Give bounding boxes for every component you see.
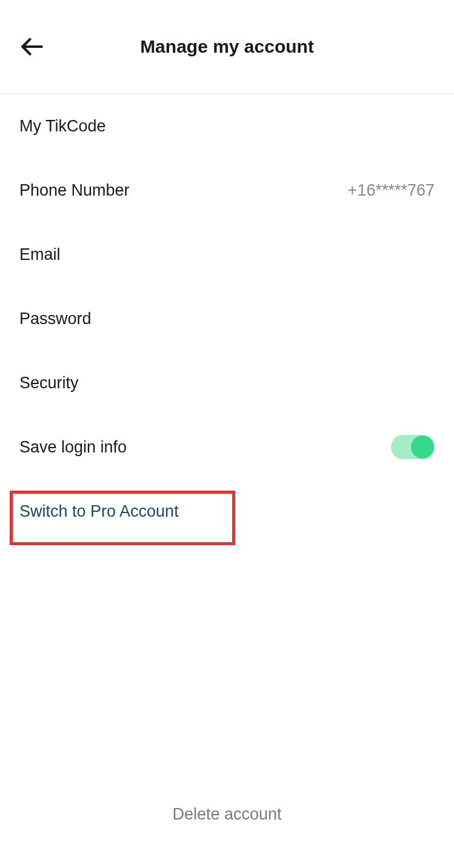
settings-list: My TikCode Phone Number +16*****767 Emai… bbox=[0, 94, 454, 543]
list-item-tikcode[interactable]: My TikCode bbox=[0, 94, 454, 158]
switch-pro-label: Switch to Pro Account bbox=[19, 502, 179, 521]
toggle-knob bbox=[411, 436, 434, 459]
list-item-label: Security bbox=[19, 374, 79, 393]
list-item-security[interactable]: Security bbox=[0, 351, 454, 415]
list-item-phone[interactable]: Phone Number +16*****767 bbox=[0, 158, 454, 222]
delete-account-link[interactable]: Delete account bbox=[0, 805, 454, 824]
list-item-save-login: Save login info bbox=[0, 415, 454, 479]
list-item-email[interactable]: Email bbox=[0, 222, 454, 287]
page-title: Manage my account bbox=[17, 36, 437, 57]
list-item-password[interactable]: Password bbox=[0, 287, 454, 351]
list-item-label: Email bbox=[19, 245, 61, 264]
list-item-label: My TikCode bbox=[19, 117, 106, 136]
list-item-label: Save login info bbox=[19, 438, 127, 457]
save-login-toggle[interactable] bbox=[391, 435, 435, 459]
list-item-value: +16*****767 bbox=[348, 181, 435, 200]
list-item-switch-pro[interactable]: Switch to Pro Account bbox=[0, 479, 454, 543]
list-item-label: Password bbox=[19, 310, 92, 328]
header: Manage my account bbox=[0, 0, 454, 94]
back-icon[interactable] bbox=[19, 34, 45, 59]
list-item-label: Phone Number bbox=[19, 181, 130, 200]
